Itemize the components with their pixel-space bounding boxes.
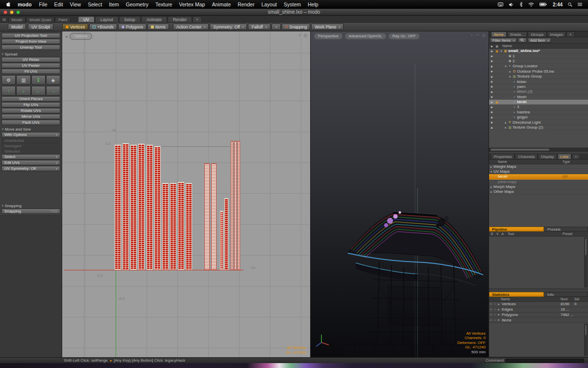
expand-plus-icon[interactable]: +	[489, 318, 493, 322]
item-row-gegyo[interactable]: ◉▪gegyo	[489, 115, 588, 120]
uv-island-1[interactable]	[115, 145, 121, 270]
tool-uv-projection-tool[interactable]: UV Projection Tool	[1, 33, 60, 38]
dropdown-edit-uvs[interactable]: Edit UVs▾	[1, 160, 60, 165]
eye-icon[interactable]: ◉	[489, 80, 494, 83]
uv-drop-tool-icon[interactable]: ↧	[31, 75, 46, 85]
pipeline-scrollbar[interactable]	[584, 237, 588, 288]
uv-island-4[interactable]	[138, 144, 145, 270]
eye-icon[interactable]: ◉	[489, 75, 494, 78]
layout-tab-animate[interactable]: Animate	[141, 16, 167, 22]
eye-icon[interactable]: ◉	[489, 90, 494, 93]
item-row-1[interactable]: ◉◉1	[489, 53, 588, 58]
tab-shade[interactable]: Shade...	[507, 31, 528, 37]
options-button[interactable]: Options	[70, 33, 92, 40]
expander-icon[interactable]: ▸	[508, 75, 512, 78]
menu-vertex-map[interactable]: Vertex Map	[179, 1, 205, 7]
expander-icon[interactable]: ▸	[489, 165, 493, 168]
expander-icon[interactable]: ▸	[497, 308, 501, 312]
tool-orient-pieces[interactable]: Orient Pieces	[1, 96, 60, 102]
items-mode-button[interactable]: Items	[147, 24, 169, 30]
work-plane-dropdown[interactable]: Work Plane▾	[311, 24, 343, 30]
zoom-icon[interactable]: ◎	[482, 33, 486, 38]
notification-center-icon[interactable]	[578, 2, 582, 6]
menu-texture[interactable]: Texture	[155, 1, 172, 7]
tool-flip-uvs[interactable]: Flip UVs	[1, 102, 60, 107]
uv-island-5[interactable]	[147, 145, 153, 270]
tab-properties[interactable]: Properties	[491, 154, 514, 159]
layout-tab-model[interactable]: Model	[8, 17, 26, 22]
tool-uv-relax[interactable]: UV Relax	[1, 57, 60, 62]
expand-plus-icon[interactable]: +	[489, 308, 493, 311]
statistics-tab[interactable]: Statistics	[489, 292, 544, 297]
falloff-options-dropdown[interactable]: ▾	[271, 24, 281, 30]
item-row-hashira[interactable]: ◉▪hashira	[489, 110, 588, 115]
add-layout-tab[interactable]: +	[193, 16, 202, 22]
layout-tab-setup[interactable]: Setup	[119, 16, 141, 22]
map-row-new-map[interactable]: (new map)	[489, 180, 588, 184]
falloff-dropdown[interactable]: Falloff▾	[248, 24, 270, 30]
expander-icon[interactable]: ▸	[497, 302, 501, 306]
model-palette-button[interactable]: Model	[8, 24, 26, 30]
uv-island-17[interactable]	[238, 141, 240, 270]
uv-island-16[interactable]	[234, 141, 237, 270]
map-row-uv-maps[interactable]: ▾UV Maps	[489, 169, 588, 174]
add-item-dropdown[interactable]: Add Item▾	[528, 38, 551, 43]
viewport-button-advanced-opengl[interactable]: Advanced OpenGL	[344, 33, 387, 40]
search-button[interactable]	[518, 38, 527, 43]
layout-switcher-icon[interactable]: ▤	[2, 17, 6, 22]
tab-item[interactable]: +	[566, 31, 575, 37]
map-row-taruki[interactable]: tarukiUV	[489, 174, 588, 179]
collapse-arrow-icon[interactable]: ◄	[65, 35, 68, 38]
item-row-texture-group[interactable]: ◉▸▧Texture Group	[489, 74, 588, 79]
map-row-other-maps[interactable]: ▸Other Maps	[489, 189, 588, 194]
expander-icon[interactable]: ▸	[504, 121, 508, 124]
app-menu-modo[interactable]: modo	[18, 1, 32, 7]
stat-row-items[interactable]: +−▸Items	[489, 317, 588, 323]
item-row-mesh-3[interactable]: ◉▪Mesh (3)	[489, 89, 588, 94]
item-row-kidan[interactable]: ◉▪kidan	[489, 79, 588, 84]
tool-project-from-view[interactable]: Project from View	[1, 39, 60, 44]
statistics-scrollbar[interactable]	[584, 324, 588, 356]
menu-edit[interactable]: Edit	[54, 1, 63, 7]
expander-icon[interactable]: ▸	[497, 313, 501, 316]
menu-geometry[interactable]: Geometry	[126, 1, 148, 7]
menu-help[interactable]: Help	[308, 1, 318, 7]
snapping-button[interactable]: ΩSnapping	[282, 24, 311, 30]
uv-island-9[interactable]	[178, 182, 184, 270]
item-row-directional-light[interactable]: ◉▸☀Directional Light	[489, 120, 588, 125]
uv-island-8[interactable]	[170, 183, 176, 270]
menu-system[interactable]: System	[284, 1, 301, 7]
symmetry-dropdown[interactable]: Symmetry: Off▾	[210, 24, 247, 30]
layout-tab-paint[interactable]: Paint	[55, 17, 71, 22]
keyboard-icon[interactable]	[498, 2, 503, 6]
tab-display[interactable]: Display	[538, 154, 557, 159]
viewport-button-perspective[interactable]: Perspective	[314, 33, 343, 40]
collapse-minus-icon[interactable]: −	[493, 302, 497, 306]
eye-icon[interactable]: ◉	[489, 65, 494, 68]
stat-row-edges[interactable]: +−▸Edges16 ...	[489, 307, 588, 313]
dropdown-uv-symmetry-off[interactable]: UV Symmetry: Off▾	[1, 166, 60, 171]
wifi-icon[interactable]	[528, 2, 534, 7]
expander-icon[interactable]: ▸	[489, 190, 493, 193]
menu-animate[interactable]: Animate	[212, 1, 231, 7]
menu-layout[interactable]: Layout	[261, 1, 277, 7]
bounds-mode-button[interactable]: +Bounds	[89, 24, 117, 30]
spotlight-icon[interactable]	[568, 2, 572, 7]
eye-icon[interactable]: ◉	[489, 59, 494, 62]
pipeline-list[interactable]	[489, 237, 588, 289]
viewport-button-ray-gl-off[interactable]: Ray GL: OFF	[388, 33, 420, 40]
eye-icon[interactable]: ◉	[489, 110, 494, 113]
layout-tab-uv[interactable]: UV	[78, 16, 95, 22]
volume-icon[interactable]	[509, 2, 514, 7]
item-row-taruki[interactable]: ◉▦▪taruki	[489, 100, 588, 105]
scrollbar-thumb[interactable]	[585, 238, 587, 255]
uv-move-left-icon[interactable]: ←	[31, 86, 46, 96]
menu-item[interactable]: Item	[109, 1, 119, 7]
battery-icon[interactable]	[539, 2, 547, 6]
item-row-texture-group-2[interactable]: ◉▸▧Texture Group (2)	[489, 125, 588, 130]
menu-select[interactable]: Select	[88, 1, 102, 7]
move-sew-section-header[interactable]: ▾Move and Sew	[0, 127, 62, 131]
tab-item[interactable]: +	[572, 154, 580, 159]
pipeline-presets-tab[interactable]: Presets	[544, 227, 588, 232]
eye-icon[interactable]: ◉	[489, 95, 494, 98]
